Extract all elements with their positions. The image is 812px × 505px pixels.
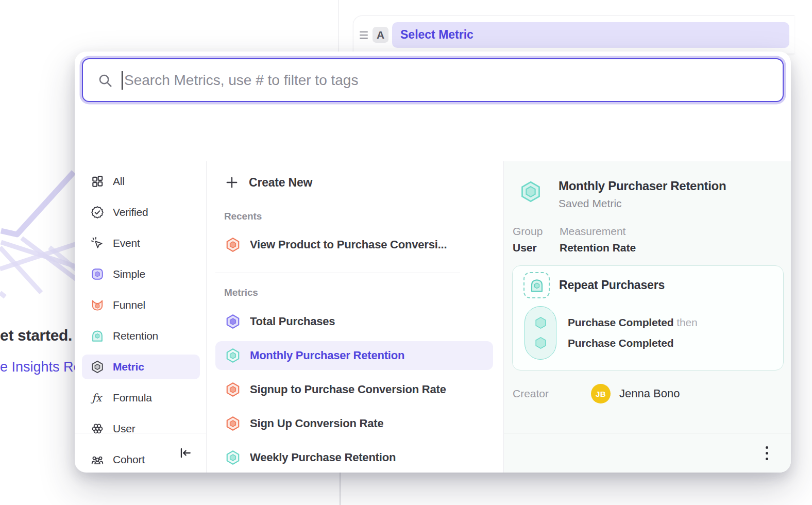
text-caret <box>122 71 123 90</box>
metric-item-icon <box>225 450 241 465</box>
recents-section-label: Recents <box>207 211 503 222</box>
sidebar-item-simple[interactable]: Simple <box>82 262 200 287</box>
metric-item-icon <box>225 416 241 431</box>
more-options-kebab-icon[interactable] <box>763 443 771 463</box>
select-metric-button[interactable]: Select Metric <box>392 22 789 48</box>
metric-list-item[interactable]: Sign Up Conversion Rate <box>215 409 493 438</box>
background-chart-illustration <box>0 170 80 345</box>
sidebar-item-retention[interactable]: Retention <box>82 324 200 348</box>
definition-title: Repeat Purchasers <box>559 278 665 292</box>
create-new-button[interactable]: Create New <box>207 170 503 195</box>
saved-metric-icon <box>519 180 542 204</box>
verified-badge-icon <box>91 206 104 219</box>
creator-initials: JB <box>596 390 606 398</box>
metric-item-label: Total Purchases <box>250 315 335 328</box>
recent-item[interactable]: View Product to Purchase Conversi... <box>215 230 493 259</box>
metric-hexagon-icon <box>91 360 104 374</box>
recent-item-label: View Product to Purchase Conversi... <box>250 238 447 251</box>
sidebar-item-label: Retention <box>113 330 158 342</box>
background-panel-divider <box>339 0 339 54</box>
metric-item-label: Sign Up Conversion Rate <box>250 417 383 430</box>
funnel-icon <box>91 298 104 312</box>
sidebar-item-label: Funnel <box>113 299 145 311</box>
sidebar-footer <box>75 433 206 473</box>
detail-subtitle: Saved Metric <box>559 197 726 210</box>
sidebar-item-label: Simple <box>113 268 145 280</box>
metric-selector-modal: All Verified Event <box>75 52 791 473</box>
metric-list-item[interactable]: Total Purchases <box>215 307 493 336</box>
sidebar-item-formula[interactable]: ƒx Formula <box>82 385 200 410</box>
create-new-label: Create New <box>249 176 312 190</box>
select-metric-label: Select Metric <box>400 28 473 42</box>
search-box <box>82 58 784 102</box>
cursor-sparkle-icon <box>91 237 104 250</box>
metric-list-item[interactable]: Signup to Purchase Conversion Rate <box>215 375 493 404</box>
background-panel-divider-bottom <box>340 473 341 505</box>
metric-list-item[interactable]: Weekly Purchase Retention <box>215 443 493 472</box>
metric-item-icon <box>225 314 241 329</box>
metric-item-icon <box>225 382 241 397</box>
getting-started-text-fragment: et started. <box>0 327 72 344</box>
sidebar-item-event[interactable]: Event <box>82 231 200 256</box>
svg-text:ƒx: ƒx <box>91 392 103 404</box>
plus-icon <box>225 176 239 189</box>
group-label: Group <box>513 225 560 238</box>
creator-avatar: JB <box>591 384 611 403</box>
funnel-metric-icon <box>225 237 241 252</box>
detail-footer <box>504 433 791 473</box>
measurement-value: Retention Rate <box>560 242 636 254</box>
sidebar-item-label: Metric <box>113 361 144 373</box>
creator-name: Jenna Bono <box>619 387 680 400</box>
retention-icon <box>91 329 104 343</box>
sidebar-item-label: Formula <box>113 392 152 404</box>
detail-title: Monthly Purchaser Retention <box>559 179 726 193</box>
metric-item-label: Weekly Purchase Retention <box>250 451 396 464</box>
metric-detail-panel: Monthly Purchaser Retention Saved Metric… <box>504 161 791 473</box>
metrics-section-label: Metrics <box>207 287 503 298</box>
metric-item-icon <box>225 348 241 363</box>
metric-definition-card: Repeat Purchasers Purchase Completedthen <box>512 265 784 371</box>
list-divider <box>215 273 460 273</box>
measurement-label: Measurement <box>560 225 636 238</box>
sidebar-item-label: Verified <box>113 206 148 218</box>
event-sequence-capsule <box>525 306 556 360</box>
step-two-event: Purchase Completed <box>568 337 673 349</box>
metric-item-label: Monthly Purchaser Retention <box>250 349 404 362</box>
series-a-badge: A <box>373 27 388 43</box>
event-hexagon-icon <box>534 336 548 350</box>
metric-list-item-selected[interactable]: Monthly Purchaser Retention <box>215 341 493 370</box>
metric-query-row: A Select Metric <box>353 15 794 54</box>
sidebar-item-funnel[interactable]: Funnel <box>82 293 200 317</box>
sidebar-item-label: All <box>113 175 125 188</box>
grid-icon <box>91 175 104 188</box>
sidebar-item-label: Event <box>113 237 140 249</box>
search-icon <box>97 73 113 88</box>
search-input[interactable] <box>124 72 768 89</box>
event-hexagon-icon <box>534 316 548 330</box>
insights-report-link-fragment[interactable]: e Insights Re <box>0 359 81 375</box>
collapse-left-icon[interactable] <box>178 446 192 460</box>
metric-list-panel: Create New Recents View Product to Purch… <box>207 161 504 473</box>
formula-icon: ƒx <box>91 391 104 405</box>
sidebar-item-metric[interactable]: Metric <box>82 355 200 379</box>
sidebar-item-all[interactable]: All <box>82 169 200 194</box>
metric-item-label: Signup to Purchase Conversion Rate <box>250 383 446 396</box>
drag-handle-icon[interactable] <box>360 31 368 39</box>
simple-metric-icon <box>91 267 104 281</box>
creator-label: Creator <box>513 388 591 400</box>
retention-definition-icon <box>523 272 550 298</box>
filter-sidebar: All Verified Event <box>75 161 207 473</box>
group-value: User <box>513 242 560 254</box>
step-one-event: Purchase Completed <box>568 316 673 328</box>
then-connector: then <box>676 316 697 328</box>
sidebar-item-verified[interactable]: Verified <box>82 200 200 225</box>
